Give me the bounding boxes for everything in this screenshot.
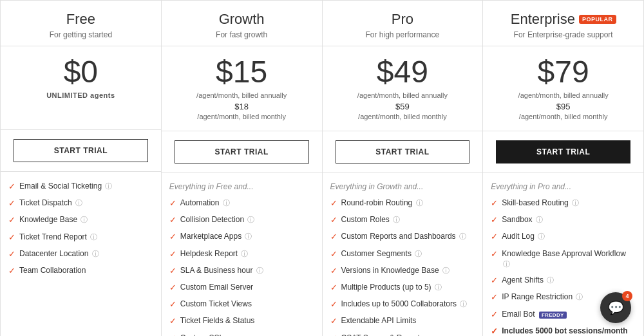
list-item: ✓ Includes 5000 bot sessions/month ⓘ — [491, 326, 636, 336]
plan-pro-tagline: For high performance — [330, 30, 475, 39]
feature-label: Helpdesk Report ⓘ — [180, 248, 249, 259]
list-item: ✓ Ticket Dispatch ⓘ — [8, 198, 153, 209]
list-item: ✓ Helpdesk Report ⓘ — [169, 248, 314, 260]
info-icon[interactable]: ⓘ — [538, 232, 545, 240]
plan-pro-monthly: $59 — [330, 102, 475, 111]
feature-label: SLA & Business hour ⓘ — [180, 265, 263, 276]
plan-free: Free For getting started $0 UNLIMITED ag… — [1, 0, 162, 336]
check-icon: ✓ — [8, 214, 15, 226]
list-item: ✓ Ticket Fields & Status — [169, 315, 314, 327]
plan-growth-monthly-label: /agent/month, billed monthly — [169, 113, 314, 120]
info-icon[interactable]: ⓘ — [105, 182, 112, 190]
feature-label: CSAT Survey & Reports — [341, 333, 424, 337]
info-icon[interactable]: ⓘ — [90, 233, 97, 241]
check-icon: ✓ — [169, 265, 176, 277]
list-item: ✓ Versions in Knowledge Base ⓘ — [330, 265, 475, 277]
plan-free-name: Free — [8, 11, 153, 28]
info-icon[interactable]: ⓘ — [416, 199, 423, 207]
info-icon[interactable]: ⓘ — [241, 250, 248, 257]
plan-growth-monthly: $18 — [169, 102, 314, 111]
plan-pro-name: Pro — [330, 11, 475, 28]
plan-enterprise-cta: START TRIAL — [483, 131, 643, 173]
growth-trial-button[interactable]: START TRIAL — [175, 140, 309, 163]
feature-label: Multiple Products (up to 5) ⓘ — [341, 282, 442, 293]
plan-enterprise-period: /agent/month, billed annually — [491, 91, 636, 99]
info-icon[interactable]: ⓘ — [247, 216, 254, 223]
check-icon: ✓ — [491, 198, 498, 209]
list-item: ✓ Collision Detection ⓘ — [169, 214, 314, 226]
info-icon[interactable]: ⓘ — [459, 232, 466, 240]
info-icon[interactable]: ⓘ — [223, 199, 230, 207]
list-item: ✓ Automation ⓘ — [169, 198, 314, 209]
list-item: ✓ Ticket Trend Report ⓘ — [8, 232, 153, 243]
info-icon[interactable]: ⓘ — [80, 216, 88, 223]
list-item: ✓ Customer Segments ⓘ — [330, 248, 475, 260]
list-item: ✓ CSAT Survey & Reports — [330, 333, 475, 337]
feature-label: IP Range Restriction ⓘ — [502, 292, 583, 303]
list-item: ✓ Team Collaboration — [8, 265, 153, 277]
feature-label: Custom Ticket Views — [180, 299, 252, 310]
plan-enterprise-monthly-label: /agent/month, billed monthly — [491, 113, 636, 120]
chat-button[interactable]: 💬 4 — [600, 292, 631, 323]
list-item: ✓ Custom SSL — [169, 333, 314, 337]
info-icon[interactable]: ⓘ — [572, 199, 579, 207]
info-icon[interactable]: ⓘ — [92, 250, 99, 257]
feature-label: Email Bot FREDDY — [502, 309, 566, 320]
check-icon: ✓ — [330, 282, 337, 294]
check-icon: ✓ — [491, 231, 498, 243]
check-icon: ✓ — [491, 309, 498, 321]
plan-enterprise-monthly: $95 — [491, 102, 636, 111]
plan-free-pricing: $0 UNLIMITED agents — [1, 46, 161, 130]
feature-label: Includes up to 5000 Collaborators ⓘ — [341, 299, 468, 310]
feature-label: Round-robin Routing ⓘ — [341, 198, 423, 209]
check-icon: ✓ — [169, 248, 176, 260]
info-icon[interactable]: ⓘ — [435, 283, 442, 291]
list-item: ✓ Extendable API Limits — [330, 315, 475, 327]
list-item: ✓ Custom Email Server — [169, 282, 314, 294]
feature-label: Skill-based Routing ⓘ — [502, 198, 579, 209]
info-icon[interactable]: ⓘ — [415, 250, 422, 257]
feature-label: Collision Detection ⓘ — [180, 214, 255, 225]
list-item: ✓ Marketplace Apps ⓘ — [169, 231, 314, 243]
info-icon[interactable]: ⓘ — [393, 216, 400, 223]
feature-label: Ticket Dispatch ⓘ — [19, 198, 82, 209]
info-icon[interactable]: ⓘ — [503, 260, 510, 268]
plan-growth-name: Growth — [169, 11, 314, 28]
pro-trial-button[interactable]: START TRIAL — [336, 140, 470, 163]
feature-label: Automation ⓘ — [180, 198, 230, 209]
feature-label: Knowledge Base ⓘ — [19, 214, 88, 225]
check-icon: ✓ — [8, 265, 15, 277]
feature-label: Customer Segments ⓘ — [341, 248, 422, 259]
check-icon: ✓ — [8, 181, 15, 192]
list-item: ✓ Datacenter Location ⓘ — [8, 248, 153, 260]
plan-enterprise-pricing: $79 /agent/month, billed annually $95 /a… — [483, 46, 643, 131]
info-icon[interactable]: ⓘ — [576, 293, 583, 301]
check-icon: ✓ — [491, 248, 498, 260]
check-icon: ✓ — [491, 292, 498, 303]
check-icon: ✓ — [330, 198, 337, 209]
check-icon: ✓ — [491, 275, 498, 286]
plan-enterprise-price: $79 — [491, 57, 636, 88]
info-icon[interactable]: ⓘ — [536, 216, 543, 223]
plan-pro-period: /agent/month, billed annually — [330, 91, 475, 99]
chat-icon: 💬 — [608, 300, 624, 315]
plan-pro-cta: START TRIAL — [323, 131, 483, 173]
plan-pro-price: $49 — [330, 57, 475, 88]
info-icon[interactable]: ⓘ — [460, 300, 467, 308]
popular-badge: POPULAR — [579, 15, 616, 24]
info-icon[interactable]: ⓘ — [442, 266, 450, 274]
feature-label: Knowledge Base Approval Workflow ⓘ — [502, 248, 636, 270]
info-icon[interactable]: ⓘ — [547, 276, 554, 284]
list-item: ✓ Skill-based Routing ⓘ — [491, 198, 636, 209]
enterprise-trial-button[interactable]: START TRIAL — [496, 140, 630, 163]
pro-features-intro: Everything in Growth and... — [330, 182, 475, 191]
check-icon: ✓ — [330, 248, 337, 260]
plan-enterprise-tagline: For Enterprise-grade support — [491, 30, 636, 39]
free-trial-button[interactable]: START TRIAL — [14, 139, 148, 162]
plan-free-cta: START TRIAL — [1, 130, 161, 172]
check-icon: ✓ — [8, 232, 15, 243]
feature-label: Agent Shifts ⓘ — [502, 275, 554, 286]
info-icon[interactable]: ⓘ — [75, 199, 82, 207]
info-icon[interactable]: ⓘ — [256, 266, 263, 274]
info-icon[interactable]: ⓘ — [245, 232, 252, 240]
